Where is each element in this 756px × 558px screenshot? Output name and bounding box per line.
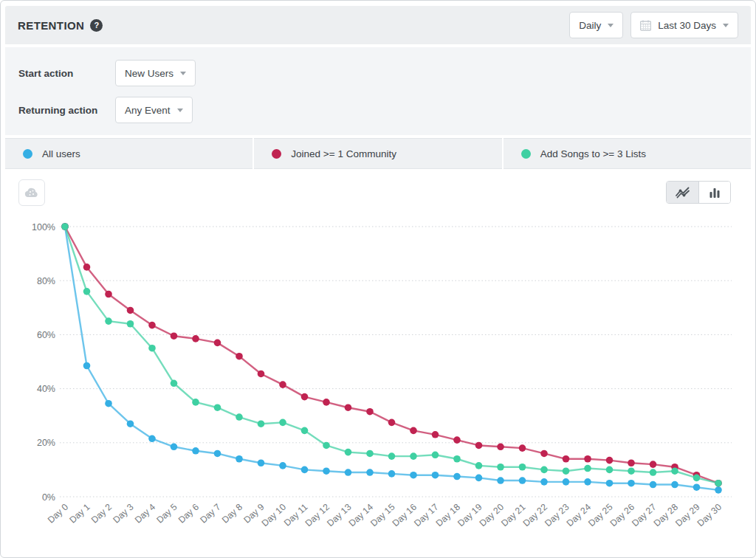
legend-item-all-users[interactable]: All users: [5, 138, 252, 169]
svg-text:Day 0: Day 0: [46, 502, 70, 526]
svg-text:Day 30: Day 30: [695, 502, 724, 529]
retention-line-chart: 0%20%40%60%80%100%Day 0Day 1Day 2Day 3Da…: [5, 169, 751, 550]
svg-text:0%: 0%: [42, 492, 55, 503]
date-range-value: Last 30 Days: [658, 20, 716, 31]
help-icon[interactable]: ?: [90, 19, 103, 32]
page-title: RETENTION: [18, 19, 84, 32]
svg-text:40%: 40%: [37, 384, 55, 394]
cloud-icon: [24, 187, 39, 198]
legend-label: Joined >= 1 Community: [291, 148, 396, 159]
svg-text:Day 8: Day 8: [220, 502, 244, 526]
svg-text:Day 6: Day 6: [176, 502, 201, 526]
returning-action-label: Returning action: [18, 105, 115, 116]
returning-action-value: Any Event: [125, 105, 171, 116]
svg-text:Day 2: Day 2: [89, 502, 114, 526]
line-chart-toggle[interactable]: [667, 182, 698, 203]
legend-item-add-songs[interactable]: Add Songs to >= 3 Lists: [504, 138, 751, 169]
legend-label: Add Songs to >= 3 Lists: [540, 148, 646, 159]
widget-header: RETENTION ? Daily Las: [5, 6, 751, 44]
calendar-icon: [640, 20, 651, 31]
svg-text:80%: 80%: [37, 276, 55, 286]
legend-label: All users: [42, 148, 80, 159]
svg-text:20%: 20%: [37, 438, 55, 448]
start-action-value: New Users: [125, 68, 173, 79]
granularity-value: Daily: [579, 20, 601, 31]
start-action-dropdown[interactable]: New Users: [115, 60, 196, 86]
svg-text:Day 7: Day 7: [198, 502, 222, 526]
line-chart-icon: [675, 186, 690, 199]
chart-type-toggle: [666, 181, 731, 204]
export-button[interactable]: [18, 179, 45, 206]
chevron-down-icon: [723, 24, 729, 27]
date-range-dropdown[interactable]: Last 30 Days: [630, 12, 738, 38]
series-dot-icon: [272, 149, 281, 159]
legend-item-joined-community[interactable]: Joined >= 1 Community: [254, 138, 501, 169]
filter-section: Start action New Users Returning action …: [5, 47, 751, 135]
svg-text:Day 10: Day 10: [260, 502, 288, 529]
chevron-down-icon: [177, 108, 183, 112]
bar-chart-toggle[interactable]: [698, 182, 730, 203]
retention-widget: RETENTION ? Daily Las: [0, 0, 756, 558]
series-dot-icon: [521, 149, 531, 159]
svg-text:Day 4: Day 4: [133, 502, 157, 526]
chevron-down-icon: [180, 72, 186, 75]
series-legend: All users Joined >= 1 Community Add Song…: [5, 138, 751, 169]
chevron-down-icon: [608, 24, 614, 27]
chart-panel: 0%20%40%60%80%100%Day 0Day 1Day 2Day 3Da…: [5, 169, 751, 550]
svg-text:100%: 100%: [32, 222, 55, 232]
svg-text:Day 5: Day 5: [154, 502, 179, 526]
svg-text:60%: 60%: [37, 330, 55, 340]
svg-text:Day 1: Day 1: [67, 502, 92, 526]
returning-action-dropdown[interactable]: Any Event: [115, 97, 193, 123]
bar-chart-icon: [709, 187, 721, 199]
svg-text:Day 3: Day 3: [111, 502, 135, 526]
start-action-label: Start action: [18, 68, 115, 79]
series-dot-icon: [23, 149, 32, 159]
granularity-dropdown[interactable]: Daily: [569, 12, 623, 38]
